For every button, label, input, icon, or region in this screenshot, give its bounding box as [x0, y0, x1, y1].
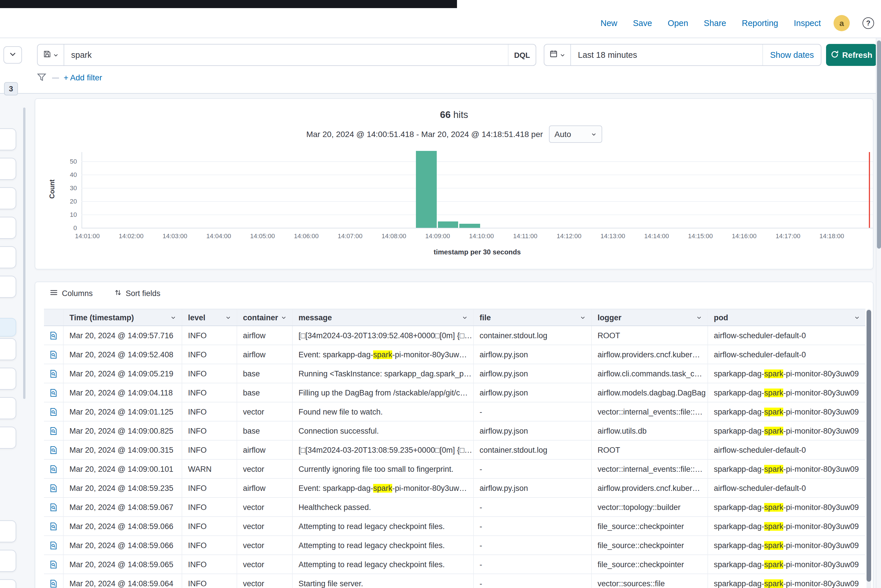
file-cell: container.stdout.log	[474, 441, 592, 459]
field-pill[interactable]	[0, 550, 16, 572]
field-pill[interactable]	[0, 579, 16, 588]
gridline	[81, 214, 873, 215]
container-cell: vector	[237, 536, 293, 555]
inspect-document-button[interactable]	[44, 460, 64, 478]
page-scrollbar-thumb[interactable]	[877, 40, 881, 249]
sidebar-scrollbar[interactable]	[23, 108, 26, 399]
file-cell: airflow.py.json	[474, 479, 592, 497]
inspect-document-button[interactable]	[44, 345, 64, 364]
y-axis-tick-label: 50	[55, 158, 77, 165]
page-scrollbar[interactable]	[876, 38, 881, 588]
avatar[interactable]: a	[834, 15, 850, 31]
message-cell: Connection successful.	[293, 422, 474, 440]
save-icon	[43, 50, 51, 60]
container-cell: vector	[237, 402, 293, 421]
inspect-document-button[interactable]	[44, 422, 64, 440]
column-header-level[interactable]: level	[182, 309, 237, 326]
nav-share[interactable]: Share	[704, 18, 726, 27]
pod-cell: sparkapp-dag-spark-pi-monitor-80y3uw09	[708, 498, 865, 516]
column-header-time-timestamp[interactable]: Time (timestamp)	[64, 309, 182, 326]
nav-save[interactable]: Save	[633, 18, 652, 27]
document-row: Mar 20, 2024 @ 14:09:04.118INFObaseFilli…	[44, 383, 865, 402]
query-language-button[interactable]: DQL	[508, 45, 536, 65]
inspect-document-button[interactable]	[44, 555, 64, 573]
nav-new[interactable]: New	[600, 18, 617, 27]
message-cell: [□[34m2024-03-20T13:09:52.408+0000□[0m] …	[293, 326, 474, 345]
x-axis-tick-label: 14:11:00	[508, 232, 543, 239]
inspect-document-button[interactable]	[44, 441, 64, 459]
y-axis-tick-label: 40	[55, 171, 77, 178]
logger-cell: vector::internal_events::file::…	[592, 402, 708, 421]
time-range-value[interactable]: Last 18 minutes	[571, 45, 644, 65]
field-pill[interactable]	[0, 397, 16, 419]
table-scrollbar-thumb[interactable]	[866, 310, 871, 582]
sort-fields-button[interactable]: Sort fields	[115, 288, 161, 298]
nav-open[interactable]: Open	[668, 18, 688, 27]
calendar-menu-button[interactable]	[544, 45, 571, 65]
document-row: Mar 20, 2024 @ 14:08:59.066INFOvectorAtt…	[44, 517, 865, 536]
x-axis-tick-label: 14:15:00	[683, 232, 718, 239]
column-header-logger[interactable]: logger	[592, 309, 708, 326]
field-pill[interactable]	[0, 276, 16, 298]
inspect-document-button[interactable]	[44, 383, 64, 402]
file-cell: -	[474, 574, 592, 588]
refresh-button[interactable]: Refresh	[826, 44, 877, 66]
field-pill[interactable]	[0, 217, 16, 239]
pod-cell: sparkapp-dag-spark-pi-monitor-80y3uw09	[708, 402, 865, 421]
histogram-bar[interactable]	[437, 221, 459, 228]
document-row: Mar 20, 2024 @ 14:08:59.067INFOvectorHea…	[44, 498, 865, 517]
field-pill-selected[interactable]	[0, 318, 16, 336]
column-header-message[interactable]: message	[293, 309, 474, 326]
histogram-bar[interactable]	[416, 151, 437, 228]
saved-query-menu-button[interactable]	[38, 45, 64, 65]
add-filter-button[interactable]: + Add filter	[64, 73, 102, 82]
chevron-down-icon	[591, 129, 596, 139]
message-cell: Running <TaskInstance: sparkapp_dag.spar…	[293, 364, 474, 383]
container-cell: base	[237, 383, 293, 402]
inspect-document-button[interactable]	[44, 402, 64, 421]
nav-reporting[interactable]: Reporting	[742, 18, 778, 27]
chevron-down-icon	[560, 50, 565, 60]
field-pill[interactable]	[0, 338, 16, 360]
hits-label: hits	[453, 109, 468, 120]
columns-button[interactable]: Columns	[50, 288, 93, 298]
column-header-pod[interactable]: pod	[708, 309, 865, 326]
field-pill[interactable]	[0, 188, 16, 209]
interval-select[interactable]: Auto	[549, 126, 602, 143]
field-pill[interactable]	[0, 158, 16, 180]
field-pill[interactable]	[0, 128, 16, 150]
level-cell: INFO	[182, 536, 237, 555]
document-row: Mar 20, 2024 @ 14:09:00.101WARNvectorCur…	[44, 460, 865, 479]
inspect-document-button[interactable]	[44, 498, 64, 516]
container-cell: base	[237, 422, 293, 440]
inspect-document-button[interactable]	[44, 517, 64, 536]
inspect-document-button[interactable]	[44, 364, 64, 383]
inspect-document-button[interactable]	[44, 574, 64, 588]
help-icon[interactable]: ?	[863, 17, 874, 28]
field-pill[interactable]	[0, 246, 16, 268]
inspect-document-button[interactable]	[44, 326, 64, 345]
nav-inspect[interactable]: Inspect	[794, 18, 821, 27]
show-dates-button[interactable]: Show dates	[762, 45, 821, 65]
histogram-bar[interactable]	[460, 224, 480, 228]
interval-value: Auto	[555, 129, 571, 139]
message-cell: Filling up the DagBag from /stackable/ap…	[293, 383, 474, 402]
field-pill[interactable]	[0, 427, 16, 448]
field-pill[interactable]	[0, 368, 16, 390]
x-axis-tick-label: 14:14:00	[639, 232, 674, 239]
field-pill[interactable]	[0, 520, 16, 542]
table-scrollbar[interactable]	[866, 309, 871, 588]
column-header-container[interactable]: container	[237, 309, 293, 326]
sidebar-collapse-button[interactable]	[3, 46, 22, 64]
pod-cell: sparkapp-dag-spark-pi-monitor-80y3uw09	[708, 383, 865, 402]
message-cell: Currently ignoring file too small to fin…	[293, 460, 474, 478]
time-cell: Mar 20, 2024 @ 14:09:01.125	[64, 402, 182, 421]
inspect-document-button[interactable]	[44, 479, 64, 497]
search-input[interactable]	[64, 45, 508, 65]
file-cell: -	[474, 555, 592, 573]
hits-heading: 66 hits	[35, 109, 873, 120]
column-header-file[interactable]: file	[474, 309, 592, 326]
inspect-document-button[interactable]	[44, 536, 64, 555]
column-header-control	[44, 309, 64, 326]
time-range-subtitle: Mar 20, 2024 @ 14:00:51.418 - Mar 20, 20…	[35, 126, 873, 143]
